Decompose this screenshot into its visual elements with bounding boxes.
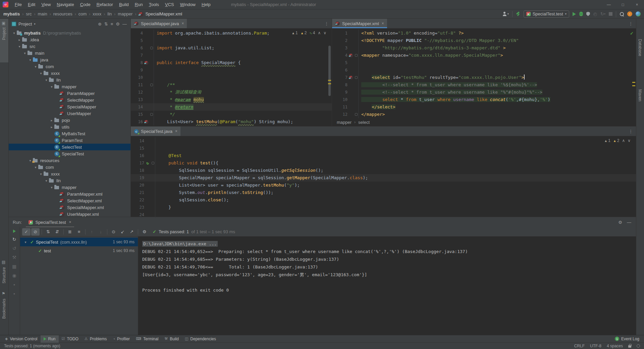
breadcrumb-item[interactable]: xxxx — [93, 11, 101, 16]
code-line[interactable]: 8 <!--select * from t_user where usernam… — [332, 81, 636, 89]
project-title[interactable]: Project — [18, 21, 32, 27]
menu-build[interactable]: Build — [116, 2, 132, 7]
previous-failed-test-button[interactable]: ↑ — [88, 228, 96, 236]
stripe-label-project[interactable]: Project — [2, 28, 6, 40]
run-tab[interactable]: SpecialTest.test × — [26, 217, 74, 227]
close-icon[interactable]: × — [69, 220, 71, 225]
tree-item-mybatis[interactable]: ▾mybatisD:\program\mybatis — [9, 30, 130, 36]
rerun-dropdown-button[interactable]: ↻▾ — [600, 11, 605, 16]
tree-item-parammapper-xml[interactable]: ParamMapper.xml — [9, 191, 130, 197]
more-options-icon[interactable]: ⋮ — [321, 19, 332, 28]
tree-chevron-icon[interactable]: ▾ — [44, 179, 49, 183]
maximize-button[interactable]: □ — [616, 0, 630, 9]
status-4-spaces[interactable]: 4 spaces — [607, 344, 623, 348]
status-utf-8[interactable]: UTF-8 — [590, 344, 601, 348]
tree-item--idea[interactable]: ▸.idea — [9, 36, 130, 43]
prev-chevron-icon[interactable]: ∧ — [318, 31, 321, 35]
tree-item-specialmapper[interactable]: SpecialMapper — [9, 103, 130, 110]
tool-window-button-dependencies[interactable]: ◫Dependencies — [182, 335, 219, 343]
tree-item-parammapper[interactable]: ParamMapper — [9, 90, 130, 97]
run-settings-icon[interactable]: ⚙ — [618, 220, 622, 225]
tree-chevron-icon[interactable]: ▾ — [49, 85, 54, 89]
fold-icon[interactable] — [152, 162, 154, 164]
tree-item-utils[interactable]: ▸utils — [9, 123, 130, 130]
tree-item-com[interactable]: ▾com — [9, 63, 130, 70]
run-button[interactable] — [573, 12, 576, 16]
breadcrumb-item[interactable]: com — [78, 11, 87, 16]
event-log-button[interactable]: Event Log — [621, 337, 639, 341]
tree-item-mapper[interactable]: ▾mapper — [9, 184, 130, 191]
tree-chevron-icon[interactable]: ▾ — [23, 240, 28, 244]
breadcrumb-item[interactable]: main — [38, 11, 47, 16]
code-line[interactable]: 22 sqlSession.close(); — [131, 196, 636, 204]
tree-item-lln[interactable]: ▾lln — [9, 77, 130, 83]
test-tree-item-test[interactable]: ✓test1 sec 93 ms — [20, 246, 138, 255]
mybatis-icon[interactable] — [349, 53, 353, 57]
menu-navigate[interactable]: Navigate — [54, 2, 77, 7]
tool-window-button-terminal[interactable]: ⌨Terminal — [133, 335, 161, 343]
tree-chevron-icon[interactable]: ▾ — [49, 186, 54, 189]
code-with-me-button[interactable]: ▾ — [502, 12, 509, 16]
inspection-count[interactable]: ▲1 — [604, 138, 610, 143]
next-chevron-icon[interactable]: ∨ — [323, 31, 326, 35]
tab-specialmapper-xml[interactable]: SpecialMapper.xml × — [332, 19, 387, 28]
sort-alphabetically-button[interactable]: ⇅ — [44, 228, 52, 236]
run-configuration-select[interactable]: SpecialTest.test ▾ — [524, 10, 569, 18]
code-line[interactable]: 9 <!--select * from t_user where usernam… — [332, 89, 636, 96]
screenshot-button[interactable]: ◉ — [12, 273, 16, 278]
customize-button[interactable]: ⚒ — [12, 255, 16, 260]
code-line[interactable]: 16 List<User> testMohu(@Param("mohu") St… — [131, 118, 332, 126]
tree-item-com[interactable]: ▾com — [9, 164, 130, 170]
tree-item-specialmapper-xml[interactable]: SpecialMapper.xml — [9, 204, 130, 211]
menu-view[interactable]: View — [38, 2, 54, 7]
close-icon[interactable]: × — [175, 129, 177, 134]
close-icon[interactable]: × — [181, 21, 184, 26]
fold-icon[interactable] — [150, 84, 153, 86]
debug-button[interactable] — [579, 12, 583, 16]
tree-item-paramtest[interactable]: ParamTest — [9, 137, 130, 144]
layout-button[interactable]: ▦ — [12, 264, 16, 269]
ide-settings-sync-icon[interactable] — [636, 11, 641, 16]
inspection-count[interactable]: ▲2 — [613, 138, 620, 143]
misc-button-1[interactable]: ▪ — [13, 282, 15, 287]
breadcrumb-item[interactable]: src — [26, 11, 32, 16]
tree-item-selectmapper[interactable]: SelectMapper — [9, 97, 130, 103]
show-passed-button[interactable]: ✓ — [22, 228, 31, 236]
tree-item-java[interactable]: ▾java — [9, 56, 130, 63]
coverage-button[interactable] — [586, 12, 590, 16]
close-button[interactable]: × — [630, 0, 644, 9]
code-line[interactable]: 19 SpecialMapper specialMapper = sqlSess… — [131, 174, 636, 182]
tool-window-button-version-control[interactable]: ◈Version Control — [2, 335, 41, 343]
chevron-down-icon[interactable]: ▾ — [34, 22, 35, 26]
tool-window-button-todo[interactable]: ☑TODO — [59, 335, 82, 343]
xml-editor-body[interactable]: 1<?xml version="1.0" encoding="utf-8" ?>… — [332, 29, 636, 118]
structure-icon[interactable]: ▤ — [2, 260, 5, 264]
xml-breadcrumb-item[interactable]: mapper — [337, 120, 352, 125]
stop-button[interactable] — [609, 12, 612, 16]
inspection-count[interactable]: ▲2 — [301, 31, 307, 35]
tree-chevron-icon[interactable]: ▾ — [17, 45, 22, 48]
menu-vcs[interactable]: VCS — [162, 2, 177, 7]
tab-specialmapper-java[interactable]: SpecialMapper.java × — [131, 19, 187, 28]
tree-item-selecttest[interactable]: SelectTest — [9, 144, 130, 150]
code-line[interactable]: 12</mapper> — [332, 111, 636, 118]
hide-icon[interactable]: — — [627, 220, 631, 225]
mybatis-icon[interactable] — [349, 76, 353, 80]
code-line[interactable]: 8public interface SpecialMapper { — [131, 59, 332, 66]
tree-item-main[interactable]: ▾main — [9, 50, 130, 56]
tree-item-src[interactable]: ▾src — [9, 43, 130, 50]
code-line[interactable]: 18 SqlSession sqlSession = SqlSessionUti… — [131, 167, 636, 174]
test-settings-button[interactable]: ⚙ — [140, 228, 149, 236]
tree-chevron-icon[interactable]: ▸ — [17, 38, 22, 42]
code-line[interactable]: 11 </select> — [332, 103, 636, 111]
tree-chevron-icon[interactable]: ▾ — [22, 51, 28, 55]
close-icon[interactable]: × — [382, 21, 384, 26]
export-results-button[interactable]: ↗ — [127, 228, 136, 236]
tool-window-button-build[interactable]: ⚒Build — [161, 335, 182, 343]
test-passed-icon[interactable]: ↻ — [146, 159, 149, 167]
menu-tools[interactable]: Tools — [146, 2, 162, 7]
console-line[interactable]: [User{id=3, username='ybc', password='12… — [142, 271, 636, 279]
code-line[interactable]: 10 select * from t_user where username l… — [332, 96, 636, 103]
code-line[interactable]: 15 */ — [131, 111, 332, 118]
tool-window-button-problems[interactable]: ⚠Problems — [82, 335, 110, 343]
